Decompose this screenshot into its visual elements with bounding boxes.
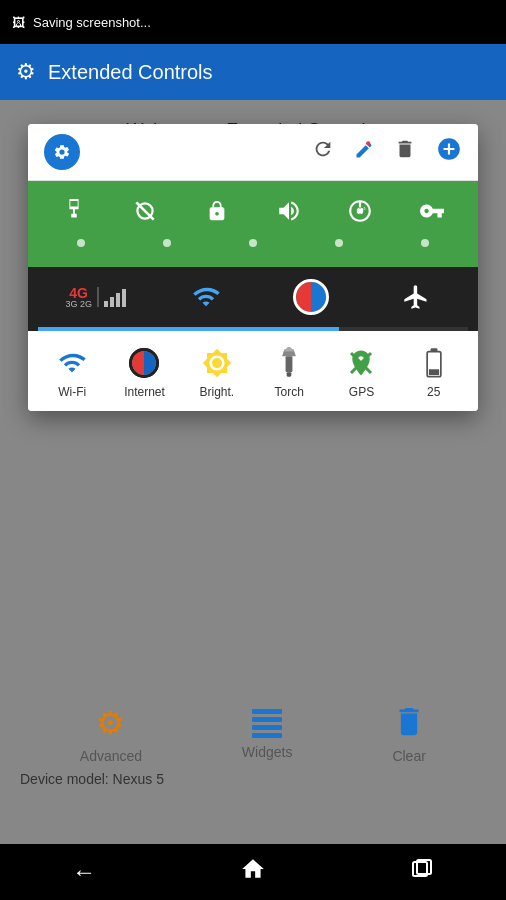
flashlight-icon	[56, 197, 92, 225]
white-battery-item[interactable]: 25	[408, 345, 460, 399]
back-button[interactable]: ←	[72, 858, 96, 886]
bottom-items-section: ⚙ Advanced Widgets Clear	[0, 704, 506, 764]
battery-label: 25	[427, 385, 440, 399]
battery-item-icon	[423, 347, 445, 379]
widgets-icon	[252, 709, 282, 738]
home-icon	[240, 856, 266, 882]
white-wifi-item[interactable]: Wi-Fi	[46, 345, 98, 399]
popup-topbar	[28, 124, 478, 181]
green-dots	[38, 239, 468, 247]
svg-point-0	[366, 141, 370, 145]
advanced-icon: ⚙	[96, 704, 125, 742]
white-gps-item[interactable]: GPS	[335, 345, 387, 399]
lock-white-icon	[206, 198, 228, 224]
refresh-icon	[312, 138, 334, 160]
device-model-section: Device model: Nexus 5	[0, 770, 506, 788]
add-button[interactable]	[436, 136, 462, 169]
device-model-text: Device model: Nexus 5	[20, 771, 164, 787]
white-torch-item[interactable]: Torch	[263, 345, 315, 399]
dial-white-icon	[347, 198, 373, 224]
clear-icon	[392, 704, 426, 742]
header-title: Extended Controls	[48, 61, 213, 84]
clear-item[interactable]: Clear	[392, 704, 426, 764]
refresh-button[interactable]	[312, 138, 334, 166]
volume-icon	[271, 198, 307, 224]
settings-dial-icon	[342, 198, 378, 224]
wifi-blue-icon	[190, 283, 222, 311]
svg-rect-3	[104, 301, 108, 307]
clear-label: Clear	[392, 748, 425, 764]
dot-4	[335, 239, 343, 247]
white-brightness-item[interactable]: Bright.	[191, 345, 243, 399]
advanced-item[interactable]: ⚙ Advanced	[80, 704, 142, 764]
svg-rect-12	[430, 348, 437, 351]
svg-marker-10	[283, 347, 294, 352]
torch-white-icon	[63, 197, 85, 225]
airplane-white-icon	[402, 283, 430, 311]
white-widget-panel: Wi-Fi Internet	[28, 331, 478, 411]
brightness-icon-item	[202, 345, 232, 381]
delete-button[interactable]	[394, 138, 416, 166]
torch-item-icon	[278, 347, 300, 379]
header: ⚙ Extended Controls	[0, 44, 506, 100]
advanced-label: Advanced	[80, 748, 142, 764]
wifi-dark-icon	[181, 283, 231, 311]
status-text: Saving screenshot...	[33, 15, 151, 30]
dark-widget-panel: 4G 3G 2G	[28, 267, 478, 331]
lock-icon	[199, 198, 235, 224]
signal-bars-icon	[104, 287, 126, 307]
wifi-icon-item	[58, 345, 86, 381]
home-button[interactable]	[240, 856, 266, 888]
white-icons-row: Wi-Fi Internet	[36, 345, 470, 399]
circle-icon	[293, 279, 329, 315]
green-icons-row	[38, 197, 468, 225]
key-icon	[414, 198, 450, 224]
recents-button[interactable]	[410, 857, 434, 887]
edit-button[interactable]	[354, 140, 374, 165]
gps-label: GPS	[349, 385, 374, 399]
gps-item-icon	[346, 348, 376, 378]
main-content: Welcome to Extended Controls. To use thi…	[0, 100, 506, 844]
wifi-label: Wi-Fi	[58, 385, 86, 399]
battery-icon-item	[423, 345, 445, 381]
pencil-icon	[354, 140, 374, 160]
popup-dialog: 4G 3G 2G	[28, 124, 478, 411]
internet-label: Internet	[124, 385, 165, 399]
svg-rect-5	[116, 293, 120, 307]
settings-gear-icon: ⚙	[16, 59, 36, 85]
brightness-item-icon	[202, 348, 232, 378]
svg-rect-8	[286, 356, 293, 372]
svg-rect-4	[110, 297, 114, 307]
dot-1	[77, 239, 85, 247]
speaker-white-icon	[276, 198, 302, 224]
dark-panel-scrollbar[interactable]	[38, 327, 468, 331]
dot-2	[163, 239, 171, 247]
settings-button[interactable]	[44, 134, 80, 170]
4g-icon: 4G 3G 2G	[65, 286, 126, 309]
rotation-icon	[127, 198, 163, 224]
svg-rect-13	[429, 369, 439, 375]
key-white-icon	[419, 198, 445, 224]
screenshot-icon: 🖼	[12, 15, 25, 30]
torch-label: Torch	[274, 385, 303, 399]
torch-icon-item	[278, 345, 300, 381]
gps-icon-item	[346, 345, 376, 381]
wifi-item-icon	[58, 349, 86, 377]
dark-panel-progress-fill	[38, 327, 339, 331]
gear-icon	[53, 143, 71, 161]
widgets-item[interactable]: Widgets	[242, 709, 293, 760]
green-widget-panel	[28, 181, 478, 267]
popup-topbar-icons	[312, 136, 462, 169]
dot-3	[249, 239, 257, 247]
dark-icons-row: 4G 3G 2G	[38, 279, 468, 327]
nav-bar: ←	[0, 844, 506, 900]
dot-5	[421, 239, 429, 247]
internet-icon-item	[129, 345, 159, 381]
trash-icon	[394, 138, 416, 160]
status-bar: 🖼 Saving screenshot...	[0, 0, 506, 44]
widgets-label: Widgets	[242, 744, 293, 760]
svg-rect-6	[122, 289, 126, 307]
brightness-label: Bright.	[199, 385, 234, 399]
rotate-off-icon	[132, 198, 158, 224]
white-internet-item[interactable]: Internet	[118, 345, 170, 399]
